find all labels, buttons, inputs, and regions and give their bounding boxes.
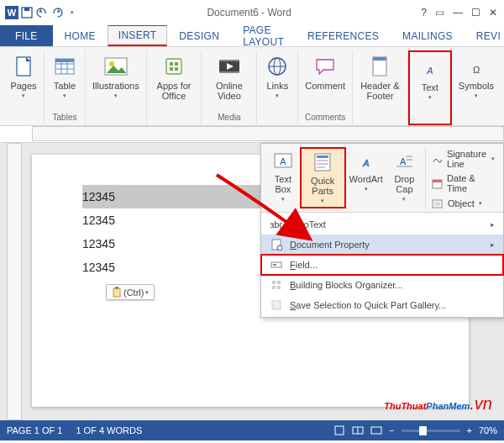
comment-button[interactable]: Comment <box>302 52 349 111</box>
vertical-ruler[interactable] <box>7 143 22 420</box>
tab-file[interactable]: FILE <box>0 25 53 46</box>
object-button[interactable]: Object▾ <box>432 198 495 209</box>
window-controls: ? ▭ — ☐ ✕ <box>414 7 504 18</box>
dropcap-button[interactable]: A Drop Cap▾ <box>386 147 423 208</box>
text-label: Text <box>422 82 438 92</box>
pages-button[interactable]: Pages ▾ <box>7 52 40 111</box>
text-buttons-row: A Text Box▾ Quick Parts▾ A WordArt▾ A Dr… <box>261 144 503 213</box>
chevron-down-icon: ▾ <box>114 92 118 99</box>
view-print-icon[interactable] <box>333 425 345 436</box>
quickparts-menu: abcAAutoTextutoText▸ Document Property▸ … <box>261 213 503 317</box>
wordart-button[interactable]: A WordArt▾ <box>346 147 386 208</box>
dropcap-label: Drop Cap <box>390 174 419 194</box>
signature-button[interactable]: Signature Line▾ <box>432 149 495 169</box>
menu-autotext[interactable]: abcAAutoTextutoText▸ <box>261 214 503 235</box>
status-words[interactable]: 1 OF 4 WORDS <box>76 425 142 435</box>
svg-rect-35 <box>317 163 328 165</box>
tab-mailings[interactable]: MAILINGS <box>391 25 465 46</box>
video-button[interactable]: Online Video <box>205 52 253 111</box>
watermark: ThuThuatPhanMem.vn <box>384 393 492 414</box>
redo-icon[interactable] <box>50 6 64 19</box>
chevron-down-icon: ▾ <box>145 289 149 296</box>
save-icon[interactable] <box>20 6 34 19</box>
menu-field[interactable]: Field... <box>261 255 503 275</box>
datetime-button[interactable]: Date & Time <box>432 173 495 193</box>
close-icon[interactable]: ✕ <box>489 7 497 18</box>
tab-review[interactable]: REVI <box>465 25 504 46</box>
svg-rect-51 <box>272 281 276 284</box>
svg-point-48 <box>277 245 282 251</box>
ribbon-options-icon[interactable]: ▭ <box>435 7 444 18</box>
header-footer-button[interactable]: Header & Footer <box>356 52 404 111</box>
apps-button[interactable]: Apps for Office <box>150 52 198 111</box>
ruler[interactable] <box>32 126 504 141</box>
tab-references[interactable]: REFERENCES <box>296 25 391 46</box>
svg-rect-36 <box>317 166 325 168</box>
svg-rect-33 <box>317 156 328 158</box>
autotext-icon: abc <box>270 218 283 231</box>
group-media-label: Media <box>205 113 253 124</box>
svg-rect-43 <box>433 180 442 182</box>
word-app-icon: W <box>5 6 18 19</box>
links-icon <box>265 54 290 79</box>
tab-design[interactable]: DESIGN <box>167 25 231 46</box>
menu-building-blocks[interactable]: Building Blocks Organizer... <box>261 275 503 295</box>
svg-text:A: A <box>426 66 433 76</box>
table-label: Table <box>54 81 76 91</box>
svg-rect-20 <box>219 71 239 73</box>
svg-rect-56 <box>335 426 344 435</box>
qat-dropdown-icon[interactable]: ▾ <box>66 6 79 19</box>
text-button[interactable]: A Text ▾ <box>413 54 447 113</box>
paste-options-tag[interactable]: (Ctrl) ▾ <box>106 284 155 300</box>
view-web-icon[interactable] <box>370 425 382 436</box>
group-tables-label: Tables <box>48 113 81 124</box>
chevron-down-icon: ▾ <box>63 92 66 99</box>
tab-insert[interactable]: INSERT <box>108 25 168 46</box>
svg-rect-16 <box>170 67 173 71</box>
status-page[interactable]: PAGE 1 OF 1 <box>7 425 62 435</box>
textbox-label: Text Box <box>270 174 297 194</box>
group-apps: Apps for Office <box>147 50 202 125</box>
text-small-buttons: Signature Line▾ Date & Time Object▾ <box>428 147 498 208</box>
symbols-button[interactable]: Ω Symbols ▾ <box>455 52 497 111</box>
view-read-icon[interactable] <box>352 425 364 436</box>
illustrations-button[interactable]: Illustrations ▾ <box>89 52 143 111</box>
quickparts-button[interactable]: Quick Parts▾ <box>300 147 346 208</box>
maximize-icon[interactable]: ☐ <box>471 7 480 18</box>
links-button[interactable]: Links ▾ <box>260 52 294 111</box>
zoom-in-button[interactable]: + <box>467 425 472 435</box>
video-icon <box>217 54 242 79</box>
minimize-icon[interactable]: — <box>453 7 463 18</box>
savesel-icon <box>270 298 283 312</box>
symbols-label: Symbols <box>459 81 494 91</box>
group-comments-label: Comments <box>302 113 349 124</box>
textbox-button[interactable]: A Text Box▾ <box>266 147 300 208</box>
svg-point-12 <box>109 61 114 66</box>
group-comments: Comment Comments <box>298 50 353 125</box>
svg-rect-19 <box>219 60 239 61</box>
table-icon <box>52 54 77 79</box>
undo-icon[interactable] <box>35 6 49 19</box>
tab-page-layout[interactable]: PAGE LAYOUT <box>231 25 296 46</box>
menu-document-property[interactable]: Document Property▸ <box>261 235 503 255</box>
group-text: A Text ▾ <box>408 50 452 125</box>
help-icon[interactable]: ? <box>421 7 427 18</box>
zoom-level[interactable]: 70% <box>479 425 497 435</box>
table-button[interactable]: Table ▾ <box>48 52 81 111</box>
header-footer-label: Header & Footer <box>360 81 401 101</box>
wordart-label: WordArt <box>349 174 383 184</box>
menu-save-selection: Save Selection to Quick Part Gallery... <box>261 295 503 315</box>
svg-text:A: A <box>362 158 369 168</box>
document-area: 12345 12345 12345 12345 (Ctrl) ▾ A Text … <box>0 143 504 420</box>
tab-home[interactable]: HOME <box>53 25 108 46</box>
datetime-icon <box>432 177 443 189</box>
svg-rect-17 <box>175 67 178 71</box>
svg-rect-55 <box>272 301 281 309</box>
title-bar: W ▾ Document6 - Word ? ▭ — ☐ ✕ <box>0 0 504 25</box>
zoom-out-button[interactable]: − <box>389 425 394 435</box>
zoom-slider[interactable] <box>402 430 460 432</box>
illustrations-label: Illustrations <box>92 81 139 91</box>
svg-rect-50 <box>273 264 276 266</box>
text-dropdown-panel: A Text Box▾ Quick Parts▾ A WordArt▾ A Dr… <box>260 143 504 318</box>
pages-icon <box>11 54 36 79</box>
